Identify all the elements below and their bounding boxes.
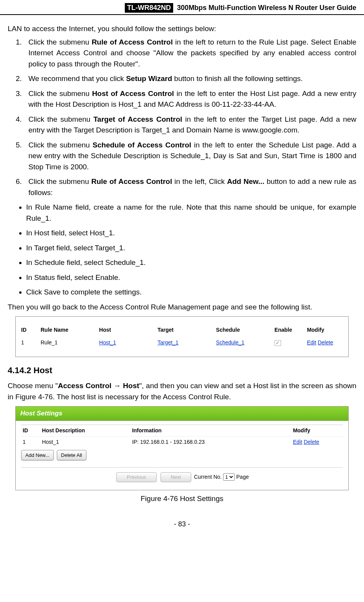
step-3: Click the submenu Host of Access Control… [24, 88, 356, 110]
col-target: Target [156, 324, 214, 336]
page-footer: - 83 - [0, 513, 364, 535]
previous-button[interactable]: Previous [116, 472, 157, 482]
host-delete-link[interactable]: Delete [304, 439, 319, 445]
bullet-1: In Rule Name field, create a name for th… [26, 202, 356, 224]
col-host-desc: Host Description [40, 425, 131, 436]
next-button[interactable]: Next [160, 472, 192, 482]
bullet-4: In Schedule field, select Schedule_1. [26, 257, 356, 268]
col-schedule: Schedule [215, 324, 273, 336]
step-6: Click the submenu Rule of Access Control… [24, 176, 356, 198]
bullet-6: Click Save to complete the settings. [26, 287, 356, 298]
host-table-row: 1 Host_1 IP: 192.168.0.1 - 192.168.0.23 … [21, 436, 343, 448]
col-rule-name: Rule Name [39, 324, 98, 336]
section-paragraph: Choose menu "Access Control → Host", and… [8, 380, 356, 402]
cell-id: 1 [21, 436, 40, 448]
cell-modify: Edit Delete [305, 336, 344, 349]
schedule-link[interactable]: Schedule_1 [216, 339, 245, 346]
pager: Previous Next Current No. 1 Page [21, 467, 343, 482]
cell-enable: ✓ [273, 336, 306, 349]
col-id: ID [20, 324, 39, 336]
bullet-5: In Status field, select Enable. [26, 272, 356, 283]
cell-info: IP: 192.168.0.1 - 192.168.0.23 [131, 436, 291, 448]
host-link[interactable]: Host_1 [99, 339, 116, 346]
cell-schedule: Schedule_1 [215, 336, 273, 349]
add-new-button[interactable]: Add New... [21, 450, 54, 461]
rule-table-header-row: ID Rule Name Host Target Schedule Enable… [20, 324, 344, 336]
host-edit-link[interactable]: Edit [293, 439, 302, 445]
col-enable: Enable [273, 324, 306, 336]
host-settings-screenshot: Host Settings ID Host Description Inform… [15, 406, 349, 490]
host-table: ID Host Description Information Modify 1… [21, 425, 343, 448]
cell-host: Host_1 [98, 336, 156, 349]
target-link[interactable]: Target_1 [157, 339, 178, 346]
sub-bullets: In Rule Name field, create a name for th… [8, 202, 356, 298]
pager-label-current: Current No. [194, 474, 222, 480]
page-select[interactable]: 1 [223, 473, 235, 481]
host-settings-title-bar: Host Settings [16, 407, 348, 421]
cell-id: 1 [20, 336, 39, 349]
col-modify: Modify [291, 425, 343, 436]
after-steps-paragraph: Then you will go back to the Access Cont… [8, 302, 356, 313]
col-info: Information [131, 425, 291, 436]
rule-table: ID Rule Name Host Target Schedule Enable… [20, 324, 344, 349]
enable-check-icon[interactable]: ✓ [275, 340, 281, 346]
step-4: Click the submenu Target of Access Contr… [24, 114, 356, 136]
guide-title: 300Mbps Multi-Function Wireless N Router… [177, 4, 356, 12]
cell-target: Target_1 [156, 336, 214, 349]
rule-table-row: 1 Rule_1 Host_1 Target_1 Schedule_1 ✓ Ed… [20, 336, 344, 349]
delete-all-button[interactable]: Delete All [57, 450, 86, 461]
figure-caption: Figure 4-76 Host Settings [8, 493, 356, 504]
cell-rule-name: Rule_1 [39, 336, 98, 349]
delete-link[interactable]: Delete [318, 339, 333, 346]
section-heading: 4.14.2 Host [8, 364, 356, 377]
model-badge: TL-WR842ND [125, 3, 173, 13]
col-host: Host [98, 324, 156, 336]
pager-label-page: Page [236, 474, 249, 480]
step-5: Click the submenu Schedule of Access Con… [24, 140, 356, 173]
bullet-2: In Host field, select Host_1. [26, 228, 356, 239]
step-2: We recommend that you click Setup Wizard… [24, 73, 356, 84]
edit-link[interactable]: Edit [307, 339, 316, 346]
page-content: LAN to access the Internet, you should f… [0, 15, 364, 513]
col-id: ID [21, 425, 40, 436]
host-table-header-row: ID Host Description Information Modify [21, 425, 343, 436]
page-header: TL-WR842ND 300Mbps Multi-Function Wirele… [0, 0, 364, 15]
col-modify: Modify [305, 324, 344, 336]
intro-paragraph: LAN to access the Internet, you should f… [8, 23, 356, 35]
steps-list: Click the submenu Rule of Access Control… [8, 37, 356, 198]
cell-desc: Host_1 [40, 436, 131, 448]
step-1: Click the submenu Rule of Access Control… [24, 37, 356, 70]
bullet-3: In Target field, select Target_1. [26, 243, 356, 254]
rule-management-screenshot: ID Rule Name Host Target Schedule Enable… [15, 316, 349, 357]
cell-modify: Edit Delete [291, 436, 343, 448]
